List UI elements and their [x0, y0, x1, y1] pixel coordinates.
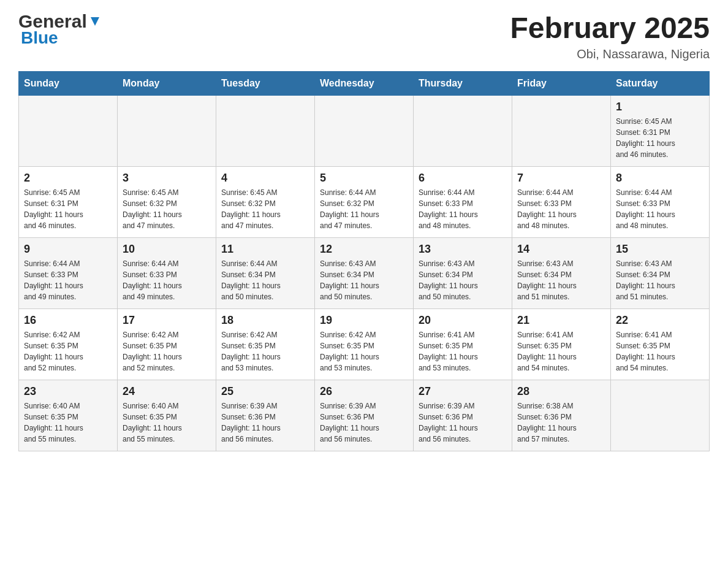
table-row: 20Sunrise: 6:41 AM Sunset: 6:35 PM Dayli… — [414, 308, 512, 380]
table-row: 17Sunrise: 6:42 AM Sunset: 6:35 PM Dayli… — [118, 308, 216, 380]
day-number: 20 — [419, 314, 507, 327]
day-info: Sunrise: 6:44 AM Sunset: 6:33 PM Dayligh… — [616, 187, 704, 231]
table-row: 15Sunrise: 6:43 AM Sunset: 6:34 PM Dayli… — [611, 237, 710, 308]
page-header: General Blue February 2025 Obi, Nassaraw… — [18, 12, 710, 61]
day-info: Sunrise: 6:39 AM Sunset: 6:36 PM Dayligh… — [320, 400, 408, 445]
table-row: 16Sunrise: 6:42 AM Sunset: 6:35 PM Dayli… — [19, 308, 118, 380]
logo-triangle-icon — [88, 15, 102, 28]
table-row: 13Sunrise: 6:43 AM Sunset: 6:34 PM Dayli… — [414, 237, 512, 308]
calendar-table: Sunday Monday Tuesday Wednesday Thursday… — [18, 71, 710, 451]
day-number: 15 — [616, 243, 704, 256]
table-row: 12Sunrise: 6:43 AM Sunset: 6:34 PM Dayli… — [315, 237, 414, 308]
table-row: 26Sunrise: 6:39 AM Sunset: 6:36 PM Dayli… — [315, 380, 414, 451]
day-number: 5 — [320, 172, 408, 185]
day-info: Sunrise: 6:39 AM Sunset: 6:36 PM Dayligh… — [419, 400, 507, 445]
table-row — [414, 95, 512, 166]
day-info: Sunrise: 6:44 AM Sunset: 6:34 PM Dayligh… — [221, 258, 309, 302]
day-info: Sunrise: 6:42 AM Sunset: 6:35 PM Dayligh… — [24, 329, 112, 373]
header-friday: Friday — [512, 71, 611, 95]
table-row — [19, 95, 118, 166]
day-number: 9 — [24, 243, 112, 256]
day-info: Sunrise: 6:44 AM Sunset: 6:33 PM Dayligh… — [517, 187, 605, 231]
table-row: 23Sunrise: 6:40 AM Sunset: 6:35 PM Dayli… — [19, 380, 118, 451]
day-info: Sunrise: 6:44 AM Sunset: 6:32 PM Dayligh… — [320, 187, 408, 231]
calendar-row: 23Sunrise: 6:40 AM Sunset: 6:35 PM Dayli… — [19, 380, 710, 451]
table-row: 28Sunrise: 6:38 AM Sunset: 6:36 PM Dayli… — [512, 380, 611, 451]
table-row: 18Sunrise: 6:42 AM Sunset: 6:35 PM Dayli… — [216, 308, 315, 380]
calendar-row: 1Sunrise: 6:45 AM Sunset: 6:31 PM Daylig… — [19, 95, 710, 166]
day-info: Sunrise: 6:43 AM Sunset: 6:34 PM Dayligh… — [419, 258, 507, 302]
table-row — [315, 95, 414, 166]
header-sunday: Sunday — [19, 71, 118, 95]
table-row: 21Sunrise: 6:41 AM Sunset: 6:35 PM Dayli… — [512, 308, 611, 380]
table-row: 6Sunrise: 6:44 AM Sunset: 6:33 PM Daylig… — [414, 166, 512, 237]
day-info: Sunrise: 6:41 AM Sunset: 6:35 PM Dayligh… — [616, 329, 704, 373]
title-block: February 2025 Obi, Nassarawa, Nigeria — [510, 12, 710, 61]
table-row: 24Sunrise: 6:40 AM Sunset: 6:35 PM Dayli… — [118, 380, 216, 451]
header-saturday: Saturday — [611, 71, 710, 95]
table-row: 10Sunrise: 6:44 AM Sunset: 6:33 PM Dayli… — [118, 237, 216, 308]
day-info: Sunrise: 6:45 AM Sunset: 6:31 PM Dayligh… — [24, 187, 112, 231]
table-row: 22Sunrise: 6:41 AM Sunset: 6:35 PM Dayli… — [611, 308, 710, 380]
day-number: 3 — [123, 172, 211, 185]
day-info: Sunrise: 6:42 AM Sunset: 6:35 PM Dayligh… — [123, 329, 211, 373]
day-number: 13 — [419, 243, 507, 256]
day-number: 1 — [616, 101, 704, 113]
day-number: 24 — [123, 385, 211, 398]
table-row: 7Sunrise: 6:44 AM Sunset: 6:33 PM Daylig… — [512, 166, 611, 237]
day-info: Sunrise: 6:41 AM Sunset: 6:35 PM Dayligh… — [419, 329, 507, 373]
day-info: Sunrise: 6:43 AM Sunset: 6:34 PM Dayligh… — [616, 258, 704, 302]
day-number: 8 — [616, 172, 704, 185]
day-number: 10 — [123, 243, 211, 256]
logo-blue: Blue — [21, 29, 58, 47]
header-tuesday: Tuesday — [216, 71, 315, 95]
calendar-row: 2Sunrise: 6:45 AM Sunset: 6:31 PM Daylig… — [19, 166, 710, 237]
day-info: Sunrise: 6:39 AM Sunset: 6:36 PM Dayligh… — [221, 400, 309, 445]
table-row — [216, 95, 315, 166]
table-row: 4Sunrise: 6:45 AM Sunset: 6:32 PM Daylig… — [216, 166, 315, 237]
day-info: Sunrise: 6:38 AM Sunset: 6:36 PM Dayligh… — [517, 400, 605, 445]
day-number: 7 — [517, 172, 605, 185]
day-info: Sunrise: 6:44 AM Sunset: 6:33 PM Dayligh… — [24, 258, 112, 302]
table-row: 2Sunrise: 6:45 AM Sunset: 6:31 PM Daylig… — [19, 166, 118, 237]
day-number: 2 — [24, 172, 112, 185]
day-number: 17 — [123, 314, 211, 327]
page-subtitle: Obi, Nassarawa, Nigeria — [510, 47, 710, 61]
svg-marker-0 — [91, 17, 99, 26]
day-number: 11 — [221, 243, 309, 256]
logo: General Blue — [18, 12, 102, 47]
table-row: 14Sunrise: 6:43 AM Sunset: 6:34 PM Dayli… — [512, 237, 611, 308]
day-info: Sunrise: 6:45 AM Sunset: 6:32 PM Dayligh… — [123, 187, 211, 231]
table-row: 27Sunrise: 6:39 AM Sunset: 6:36 PM Dayli… — [414, 380, 512, 451]
day-number: 4 — [221, 172, 309, 185]
table-row: 19Sunrise: 6:42 AM Sunset: 6:35 PM Dayli… — [315, 308, 414, 380]
calendar-row: 16Sunrise: 6:42 AM Sunset: 6:35 PM Dayli… — [19, 308, 710, 380]
table-row: 8Sunrise: 6:44 AM Sunset: 6:33 PM Daylig… — [611, 166, 710, 237]
day-number: 18 — [221, 314, 309, 327]
day-number: 14 — [517, 243, 605, 256]
table-row: 25Sunrise: 6:39 AM Sunset: 6:36 PM Dayli… — [216, 380, 315, 451]
day-info: Sunrise: 6:41 AM Sunset: 6:35 PM Dayligh… — [517, 329, 605, 373]
table-row: 11Sunrise: 6:44 AM Sunset: 6:34 PM Dayli… — [216, 237, 315, 308]
day-number: 23 — [24, 385, 112, 398]
table-row: 5Sunrise: 6:44 AM Sunset: 6:32 PM Daylig… — [315, 166, 414, 237]
day-info: Sunrise: 6:42 AM Sunset: 6:35 PM Dayligh… — [320, 329, 408, 373]
day-info: Sunrise: 6:42 AM Sunset: 6:35 PM Dayligh… — [221, 329, 309, 373]
day-number: 16 — [24, 314, 112, 327]
table-row — [611, 380, 710, 451]
day-info: Sunrise: 6:44 AM Sunset: 6:33 PM Dayligh… — [419, 187, 507, 231]
day-info: Sunrise: 6:45 AM Sunset: 6:32 PM Dayligh… — [221, 187, 309, 231]
day-info: Sunrise: 6:43 AM Sunset: 6:34 PM Dayligh… — [320, 258, 408, 302]
header-thursday: Thursday — [414, 71, 512, 95]
day-info: Sunrise: 6:40 AM Sunset: 6:35 PM Dayligh… — [123, 400, 211, 445]
table-row — [512, 95, 611, 166]
header-monday: Monday — [118, 71, 216, 95]
page-title: February 2025 — [510, 12, 710, 45]
day-info: Sunrise: 6:45 AM Sunset: 6:31 PM Dayligh… — [616, 116, 704, 160]
day-number: 26 — [320, 385, 408, 398]
calendar-row: 9Sunrise: 6:44 AM Sunset: 6:33 PM Daylig… — [19, 237, 710, 308]
table-row: 1Sunrise: 6:45 AM Sunset: 6:31 PM Daylig… — [611, 95, 710, 166]
day-number: 27 — [419, 385, 507, 398]
day-number: 25 — [221, 385, 309, 398]
table-row — [118, 95, 216, 166]
